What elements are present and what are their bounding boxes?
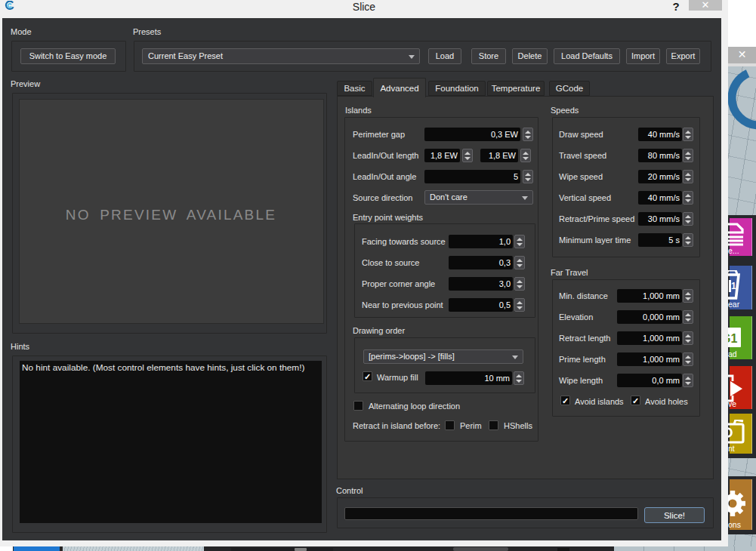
svg-text:G1: G1 [727,332,737,345]
svg-text:1: 1 [731,281,736,291]
